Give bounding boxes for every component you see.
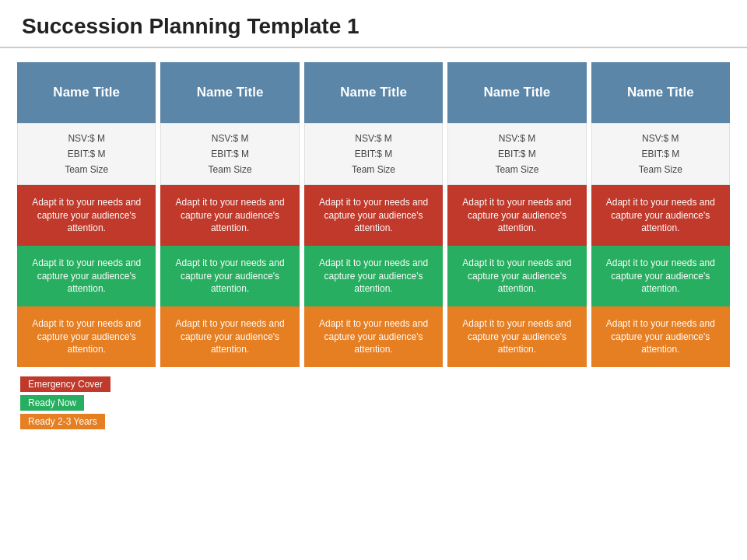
name-title-text-5: Name Title [627, 84, 694, 100]
orange-text-2: Adapt it to your needs and capture your … [168, 317, 291, 356]
red-text-4: Adapt it to your needs and capture your … [455, 196, 578, 235]
nsv-text-2: NSV:$ M [212, 131, 249, 145]
red-box-1: Adapt it to your needs and capture your … [17, 185, 156, 246]
orange-text-3: Adapt it to your needs and capture your … [312, 317, 435, 356]
red-box-3: Adapt it to your needs and capture your … [304, 185, 443, 246]
nsv-text-5: NSV:$ M [642, 131, 679, 145]
nsv-text-4: NSV:$ M [499, 131, 536, 145]
green-text-5: Adapt it to your needs and capture your … [599, 257, 722, 296]
green-box-5: Adapt it to your needs and capture your … [591, 246, 730, 306]
name-title-text-4: Name Title [484, 84, 551, 100]
name-title-box-1: Name Title [17, 62, 156, 123]
name-title-box-2: Name Title [160, 62, 299, 123]
green-text-3: Adapt it to your needs and capture your … [312, 257, 435, 296]
team-size-text-5: Team Size [639, 163, 682, 177]
stats-box-3: NSV:$ M EBIT:$ M Team Size [304, 123, 443, 185]
columns-wrapper: Name Title NSV:$ M EBIT:$ M Team Size Ad… [17, 62, 730, 367]
green-text-4: Adapt it to your needs and capture your … [455, 257, 578, 296]
red-text-5: Adapt it to your needs and capture your … [599, 196, 722, 235]
orange-text-5: Adapt it to your needs and capture your … [599, 317, 722, 356]
name-title-box-5: Name Title [591, 62, 730, 123]
green-box-4: Adapt it to your needs and capture your … [447, 246, 586, 306]
orange-box-4: Adapt it to your needs and capture your … [447, 306, 586, 367]
red-box-5: Adapt it to your needs and capture your … [591, 185, 730, 246]
page-title: Succession Planning Template 1 [22, 14, 725, 39]
orange-box-5: Adapt it to your needs and capture your … [591, 306, 730, 367]
green-box-1: Adapt it to your needs and capture your … [17, 246, 156, 306]
ebit-text-1: EBIT:$ M [68, 147, 106, 161]
team-size-text-3: Team Size [352, 163, 395, 177]
orange-box-2: Adapt it to your needs and capture your … [160, 306, 299, 367]
column-4: Name Title NSV:$ M EBIT:$ M Team Size Ad… [447, 62, 586, 367]
header: Succession Planning Template 1 [0, 0, 747, 48]
stats-box-5: NSV:$ M EBIT:$ M Team Size [591, 123, 730, 185]
legend-ready-2-3: Ready 2-3 Years [20, 414, 730, 429]
team-size-text-1: Team Size [65, 163, 108, 177]
name-title-box-4: Name Title [447, 62, 586, 123]
ebit-text-4: EBIT:$ M [498, 147, 536, 161]
orange-text-4: Adapt it to your needs and capture your … [455, 317, 578, 356]
ebit-text-3: EBIT:$ M [355, 147, 393, 161]
green-box-2: Adapt it to your needs and capture your … [160, 246, 299, 306]
main-content: Name Title NSV:$ M EBIT:$ M Team Size Ad… [0, 48, 747, 437]
name-title-box-3: Name Title [304, 62, 443, 123]
name-title-text-2: Name Title [197, 84, 264, 100]
ebit-text-5: EBIT:$ M [641, 147, 679, 161]
team-size-text-4: Team Size [495, 163, 538, 177]
red-box-2: Adapt it to your needs and capture your … [160, 185, 299, 246]
column-2: Name Title NSV:$ M EBIT:$ M Team Size Ad… [160, 62, 299, 367]
column-3: Name Title NSV:$ M EBIT:$ M Team Size Ad… [304, 62, 443, 367]
legend-emergency: Emergency Cover [20, 376, 730, 392]
stats-box-2: NSV:$ M EBIT:$ M Team Size [160, 123, 299, 185]
nsv-text-1: NSV:$ M [68, 131, 105, 145]
stats-box-4: NSV:$ M EBIT:$ M Team Size [447, 123, 586, 185]
orange-box-3: Adapt it to your needs and capture your … [304, 306, 443, 367]
green-text-1: Adapt it to your needs and capture your … [25, 257, 148, 296]
team-size-text-2: Team Size [209, 163, 252, 177]
orange-text-1: Adapt it to your needs and capture your … [25, 317, 148, 356]
legend-area: Emergency Cover Ready Now Ready 2-3 Year… [17, 376, 730, 429]
red-text-1: Adapt it to your needs and capture your … [25, 196, 148, 235]
column-5: Name Title NSV:$ M EBIT:$ M Team Size Ad… [591, 62, 730, 367]
orange-box-1: Adapt it to your needs and capture your … [17, 306, 156, 367]
ebit-text-2: EBIT:$ M [211, 147, 249, 161]
red-text-2: Adapt it to your needs and capture your … [168, 196, 291, 235]
page: Succession Planning Template 1 Name Titl… [0, 0, 747, 560]
name-title-text-1: Name Title [53, 84, 120, 100]
name-title-text-3: Name Title [340, 84, 407, 100]
red-text-3: Adapt it to your needs and capture your … [312, 196, 435, 235]
legend-emergency-badge: Emergency Cover [20, 376, 110, 392]
column-1: Name Title NSV:$ M EBIT:$ M Team Size Ad… [17, 62, 156, 367]
green-text-2: Adapt it to your needs and capture your … [168, 257, 291, 296]
stats-box-1: NSV:$ M EBIT:$ M Team Size [17, 123, 156, 185]
legend-ready-now: Ready Now [20, 395, 730, 411]
green-box-3: Adapt it to your needs and capture your … [304, 246, 443, 306]
red-box-4: Adapt it to your needs and capture your … [447, 185, 586, 246]
legend-ready-now-badge: Ready Now [20, 395, 84, 411]
nsv-text-3: NSV:$ M [355, 131, 392, 145]
legend-ready-2-3-badge: Ready 2-3 Years [20, 414, 105, 429]
